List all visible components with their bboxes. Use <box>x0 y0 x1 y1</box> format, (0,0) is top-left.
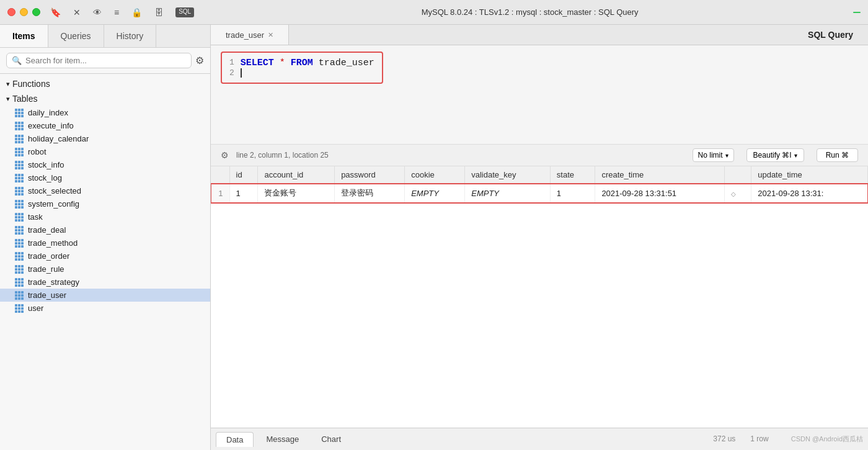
sql-line-1: 1 SELECT * FROM trade_user <box>229 58 374 68</box>
sidebar-item-holiday_calendar[interactable]: holiday_calendar <box>0 132 210 145</box>
sidebar-item-execute_info[interactable]: execute_info <box>0 119 210 132</box>
right-panel: trade_user ✕ SQL Query 1 SELECT * FROM t… <box>211 25 868 450</box>
sidebar-item-trade_deal[interactable]: trade_deal <box>0 223 210 236</box>
tables-header[interactable]: ▾ Tables <box>0 91 210 106</box>
query-tab-trade-user[interactable]: trade_user ✕ <box>211 25 289 45</box>
close-button[interactable] <box>7 8 16 16</box>
limit-label: No limit <box>698 151 723 160</box>
beautify-label: Beautify ⌘I <box>753 151 792 160</box>
tab-history[interactable]: History <box>104 25 157 47</box>
db-icon[interactable]: 🗄 <box>154 7 163 17</box>
col-create-time[interactable]: create_time <box>595 166 725 184</box>
beautify-button[interactable]: Beautify ⌘I ▾ <box>746 148 804 162</box>
main-content: Items Queries History 🔍 ⚙ ▾ Functions ▾ <box>0 25 868 450</box>
sql-query-panel-title: SQL Query <box>793 25 868 45</box>
query-stats: 372 us 1 row CSDN @Android西瓜桔 <box>713 434 863 444</box>
sidebar-item-stock_log[interactable]: stock_log <box>0 171 210 184</box>
query-tab-close-icon[interactable]: ✕ <box>268 31 273 39</box>
col-validate-key[interactable]: validate_key <box>465 166 551 184</box>
run-button[interactable]: Run ⌘ <box>817 148 858 162</box>
table-icon <box>15 187 24 196</box>
cell-state[interactable]: 1 <box>550 184 595 203</box>
list-icon[interactable]: ≡ <box>114 7 119 17</box>
table-name-label: trade_method <box>28 238 78 248</box>
search-area: 🔍 ⚙ <box>0 48 210 74</box>
col-password[interactable]: password <box>335 166 405 184</box>
search-icon: 🔍 <box>12 56 22 65</box>
col-rownum <box>211 166 229 184</box>
sql-keyword-from: FROM <box>291 58 313 68</box>
cell-cookie[interactable]: EMPTY <box>405 184 465 203</box>
eye-icon[interactable]: 👁 <box>93 7 102 17</box>
functions-header[interactable]: ▾ Functions <box>0 76 210 91</box>
col-cookie[interactable]: cookie <box>405 166 465 184</box>
col-state[interactable]: state <box>550 166 595 184</box>
sidebar-item-trade_method[interactable]: trade_method <box>0 236 210 250</box>
table-icon <box>15 148 24 156</box>
tab-queries[interactable]: Queries <box>48 25 104 47</box>
lock-icon[interactable]: 🔒 <box>131 7 142 17</box>
filter-icon[interactable]: ⚙ <box>195 55 204 66</box>
sql-keyword-select: SELECT <box>241 58 274 68</box>
titlebar-icons: 🔖 ✕ 👁 ≡ 🔒 🗄 SQL <box>50 7 194 17</box>
sidebar-item-system_config[interactable]: system_config <box>0 197 210 210</box>
expand-icon[interactable]: ◇ <box>731 191 736 197</box>
table-name-label: trade_user <box>28 290 66 300</box>
text-cursor <box>241 68 242 78</box>
cell-password[interactable]: 登录密码 <box>335 184 405 203</box>
table-icon <box>15 265 24 274</box>
table-name-label: trade_strategy <box>28 277 79 287</box>
col-expand <box>725 166 751 184</box>
tab-message[interactable]: Message <box>256 432 309 446</box>
sidebar-item-trade_user[interactable]: trade_user <box>0 289 210 302</box>
col-update-time[interactable]: update_time <box>751 166 868 184</box>
sql-table-name: trade_user <box>313 58 374 68</box>
cell-validate-key[interactable]: EMPTY <box>465 184 551 203</box>
sidebar-item-robot[interactable]: robot <box>0 145 210 158</box>
results-table: id account_id password cookie validate_k… <box>211 166 868 203</box>
tab-chart[interactable]: Chart <box>311 432 351 446</box>
sidebar-item-trade_strategy[interactable]: trade_strategy <box>0 276 210 289</box>
chevron-down-icon: ▾ <box>6 80 10 88</box>
sidebar-item-daily_index[interactable]: daily_index <box>0 106 210 119</box>
query-time: 372 us <box>713 434 735 444</box>
sidebar-item-trade_order[interactable]: trade_order <box>0 250 210 263</box>
table-icon <box>15 161 24 169</box>
table-icon <box>15 291 24 300</box>
table-name-label: stock_info <box>28 160 64 169</box>
cell-update-time[interactable]: 2021-09-28 13:31: <box>751 184 868 203</box>
sidebar-item-user[interactable]: user <box>0 302 210 315</box>
sidebar-item-trade_rule[interactable]: trade_rule <box>0 263 210 276</box>
col-id[interactable]: id <box>229 166 258 184</box>
table-icon <box>15 122 24 130</box>
limit-dropdown[interactable]: No limit ▾ <box>693 148 734 162</box>
col-account-id[interactable]: account_id <box>258 166 335 184</box>
table-name-label: system_config <box>28 199 79 209</box>
search-input[interactable] <box>25 56 186 65</box>
table-icon <box>15 213 24 222</box>
line-number-1: 1 <box>229 58 234 67</box>
table-row: 1 1 资金账号 登录密码 EMPTY EMPTY 1 2021-09-28 1… <box>211 184 868 203</box>
settings-icon[interactable]: ⚙ <box>221 150 229 160</box>
cell-account-id[interactable]: 资金账号 <box>258 184 335 203</box>
close-icon[interactable]: ✕ <box>73 7 81 17</box>
table-icon <box>15 252 24 261</box>
sidebar-item-stock_info[interactable]: stock_info <box>0 158 210 171</box>
cell-id[interactable]: 1 <box>229 184 258 203</box>
sidebar-item-stock_selected[interactable]: stock_selected <box>0 184 210 197</box>
tab-items[interactable]: Items <box>0 25 48 47</box>
tab-data[interactable]: Data <box>216 432 254 447</box>
row-number: 1 <box>211 184 229 203</box>
sql-editor[interactable]: 1 SELECT * FROM trade_user 2 <box>211 45 868 145</box>
line-number-2: 2 <box>229 68 234 78</box>
bookmark-icon[interactable]: 🔖 <box>50 7 61 17</box>
maximize-button[interactable] <box>32 8 40 16</box>
cell-create-time[interactable]: 2021-09-28 13:31:51 <box>595 184 725 203</box>
minimize-button[interactable] <box>20 8 28 16</box>
sidebar-item-task[interactable]: task <box>0 210 210 223</box>
table-icon <box>15 239 24 248</box>
search-box[interactable]: 🔍 <box>6 53 192 68</box>
cell-expand[interactable]: ◇ <box>725 184 751 203</box>
sql-editor-box[interactable]: 1 SELECT * FROM trade_user 2 <box>221 52 383 84</box>
chevron-down-icon-beautify: ▾ <box>794 152 797 159</box>
